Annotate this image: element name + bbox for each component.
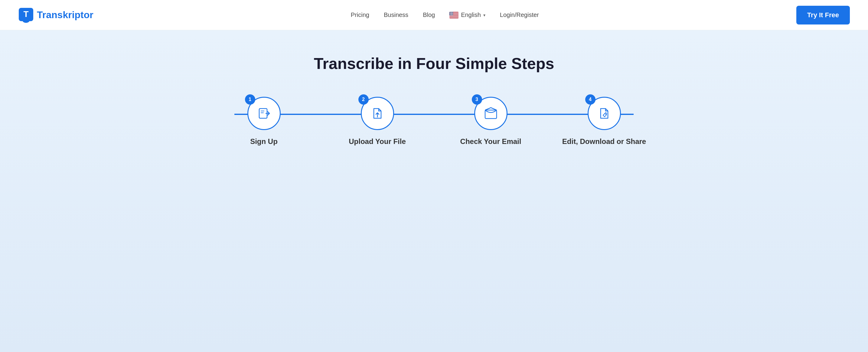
- svg-point-19: [453, 12, 453, 13]
- step-4-circle-wrapper: 4: [588, 97, 621, 130]
- svg-point-34: [452, 14, 453, 14]
- main-nav: Pricing Business Blog: [351, 11, 539, 19]
- svg-point-39: [453, 14, 453, 15]
- svg-point-24: [452, 13, 453, 13]
- svg-point-32: [451, 14, 452, 14]
- svg-point-13: [452, 12, 452, 12]
- logo-letter-t: T: [37, 9, 42, 20]
- svg-point-10: [450, 12, 450, 12]
- login-register-link[interactable]: Login/Register: [500, 11, 539, 19]
- svg-point-25: [450, 13, 451, 14]
- svg-point-15: [450, 12, 451, 13]
- svg-rect-7: [450, 16, 459, 17]
- svg-point-17: [451, 12, 452, 13]
- page-title: Transcribe in Four Simple Steps: [314, 55, 554, 72]
- email-icon: [483, 106, 498, 121]
- language-selector[interactable]: English ▾: [450, 11, 486, 19]
- step-3-badge: 3: [472, 94, 482, 105]
- svg-point-23: [452, 13, 452, 13]
- sign-in-icon: [257, 106, 271, 121]
- step-2: 2 Upload Your File: [320, 97, 434, 146]
- chevron-down-icon: ▾: [483, 13, 486, 18]
- step-3-circle-wrapper: 3: [474, 97, 507, 130]
- language-label: English: [461, 11, 481, 19]
- svg-rect-8: [450, 17, 459, 18]
- svg-text:T: T: [23, 9, 28, 19]
- svg-point-35: [450, 14, 451, 15]
- step-3: 3 Check Your Email: [434, 97, 548, 146]
- svg-point-38: [452, 14, 453, 15]
- step-4-badge: 4: [585, 94, 595, 105]
- step-4-label: Edit, Download or Share: [562, 137, 646, 146]
- us-flag-icon: [450, 12, 459, 19]
- svg-point-31: [450, 14, 451, 14]
- step-1-badge: 1: [245, 94, 255, 105]
- svg-point-21: [450, 13, 451, 13]
- logo-text: Transkriptor: [37, 9, 93, 21]
- svg-point-30: [450, 14, 450, 14]
- edit-document-icon: [597, 106, 612, 121]
- svg-point-12: [451, 12, 452, 12]
- upload-file-icon: [370, 106, 385, 121]
- svg-point-26: [451, 13, 451, 14]
- step-2-label: Upload Your File: [349, 137, 406, 146]
- step-2-badge: 2: [359, 94, 369, 105]
- svg-point-20: [450, 13, 450, 13]
- try-it-free-button[interactable]: Try It Free: [796, 6, 850, 25]
- steps-container: 1 Sign Up 2: [207, 97, 661, 146]
- svg-point-16: [451, 12, 451, 13]
- svg-point-14: [452, 12, 453, 12]
- main-content: Transcribe in Four Simple Steps 1: [0, 30, 868, 352]
- svg-point-29: [453, 13, 453, 14]
- step-1-circle-wrapper: 1: [247, 97, 281, 130]
- nav-pricing[interactable]: Pricing: [351, 11, 369, 19]
- logo-icon: T: [18, 7, 34, 23]
- svg-rect-6: [450, 15, 459, 16]
- svg-point-36: [451, 14, 451, 15]
- header: T Transkriptor Pricing Business Blog: [0, 0, 868, 30]
- svg-point-33: [452, 14, 452, 14]
- nav-blog[interactable]: Blog: [423, 11, 435, 19]
- step-2-circle-wrapper: 2: [361, 97, 394, 130]
- svg-point-11: [450, 12, 451, 12]
- logo-area[interactable]: T Transkriptor: [18, 7, 93, 23]
- svg-point-28: [452, 13, 453, 14]
- step-3-label: Check Your Email: [460, 137, 521, 146]
- svg-point-22: [451, 13, 452, 13]
- step-1-label: Sign Up: [250, 137, 278, 146]
- svg-point-37: [451, 14, 452, 15]
- svg-point-27: [451, 13, 452, 14]
- nav-business[interactable]: Business: [384, 11, 408, 19]
- step-4: 4 Edit, Download or Share: [548, 97, 661, 146]
- step-1: 1 Sign Up: [207, 97, 320, 146]
- svg-point-18: [452, 12, 453, 13]
